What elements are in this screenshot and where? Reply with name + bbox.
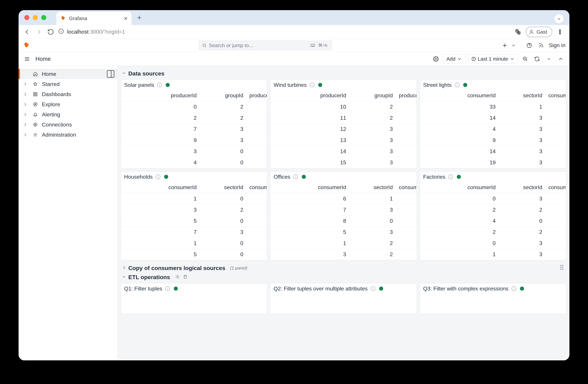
- dock-icon[interactable]: [107, 70, 114, 78]
- info-icon[interactable]: i: [157, 83, 162, 87]
- table-row[interactable]: 331: [420, 101, 566, 112]
- add-panel-button[interactable]: Add: [443, 54, 465, 64]
- zoom-out-icon[interactable]: [521, 54, 530, 64]
- panel[interactable]: Wind turbinesiproducerIdgroupIdproducedP…: [270, 80, 417, 168]
- close-window-icon[interactable]: [24, 15, 29, 20]
- browser-tab[interactable]: Grafana ✕: [56, 12, 131, 25]
- panel-header[interactable]: Factoriesi: [420, 172, 566, 182]
- info-icon[interactable]: i: [371, 286, 375, 291]
- panel-header[interactable]: Q3: Filter with complex expressionsi: [420, 283, 566, 294]
- time-range-button[interactable]: Last 1 minute: [468, 54, 518, 64]
- table-row[interactable]: 10: [121, 238, 267, 249]
- table-row[interactable]: 73: [271, 204, 416, 215]
- column-header[interactable]: consumedPo: [548, 182, 566, 193]
- grafana-logo-icon[interactable]: [23, 42, 30, 49]
- panel-header[interactable]: Wind turbinesi: [271, 80, 416, 90]
- table-row[interactable]: 61: [271, 193, 416, 204]
- panel-header[interactable]: Officesi: [271, 172, 416, 182]
- table-row[interactable]: 03: [420, 238, 566, 249]
- info-icon[interactable]: i: [455, 83, 460, 87]
- refresh-dropdown-icon[interactable]: [544, 54, 554, 64]
- column-header[interactable]: consumedPo: [548, 90, 566, 101]
- row-header[interactable]: ETL operations: [121, 273, 566, 282]
- column-header[interactable]: sectorId: [502, 182, 548, 193]
- zoom-window-icon[interactable]: [41, 15, 46, 20]
- table-row[interactable]: 32: [121, 204, 267, 215]
- table-row[interactable]: 40: [121, 157, 267, 168]
- table-row[interactable]: 143: [271, 146, 416, 157]
- sign-in-link[interactable]: Sign in: [549, 42, 565, 48]
- table-row[interactable]: 12: [271, 238, 416, 249]
- table-row[interactable]: 13: [420, 249, 566, 260]
- site-info-icon[interactable]: [58, 28, 64, 36]
- search-input[interactable]: Search or jump to... ⌘+k: [199, 41, 332, 50]
- minimize-window-icon[interactable]: [33, 15, 38, 20]
- panel[interactable]: Q3: Filter with complex expressionsi: [420, 283, 566, 314]
- table-row[interactable]: 50: [121, 249, 267, 260]
- collapse-icon[interactable]: [556, 54, 565, 64]
- panel-header[interactable]: Q2: Filter tuples over multiple attribut…: [271, 283, 416, 294]
- table-row[interactable]: 133: [271, 135, 416, 146]
- table-row[interactable]: 102: [271, 101, 416, 112]
- row-header[interactable]: Data sources: [121, 69, 566, 78]
- row-header[interactable]: Copy of consumers logical sources(1 pane…: [121, 263, 566, 273]
- chevron-down-icon[interactable]: [509, 41, 518, 49]
- table-row[interactable]: 73: [121, 226, 267, 238]
- column-header[interactable]: sectorId: [502, 90, 548, 101]
- panel[interactable]: Solar panelsiproducerIdgroupIdproducedPo…: [121, 80, 267, 168]
- table-row[interactable]: 03: [420, 193, 566, 204]
- column-header[interactable]: consumerId: [271, 182, 352, 193]
- panel[interactable]: HouseholdsiconsumerIdsectorIdconsumedPo1…: [121, 171, 267, 260]
- info-icon[interactable]: i: [511, 286, 516, 291]
- column-header[interactable]: consumerId: [121, 182, 203, 193]
- table-row[interactable]: 153: [271, 157, 416, 168]
- column-header[interactable]: consumerId: [420, 182, 502, 193]
- table-row[interactable]: 43: [420, 124, 566, 135]
- table-row[interactable]: 22: [420, 226, 566, 238]
- back-button[interactable]: [23, 27, 31, 36]
- breadcrumb[interactable]: Home: [36, 56, 51, 62]
- sidebar-item-starred[interactable]: Starred: [19, 79, 117, 89]
- menu-toggle-button[interactable]: [23, 55, 31, 63]
- sidebar-item-connections[interactable]: Connections: [19, 120, 117, 130]
- table-row[interactable]: 93: [420, 135, 566, 146]
- add-button[interactable]: [501, 41, 509, 49]
- column-header[interactable]: consumedPo: [250, 182, 267, 193]
- column-header[interactable]: groupId: [203, 90, 249, 101]
- table-row[interactable]: 50: [121, 215, 267, 226]
- table-row[interactable]: 32: [271, 249, 416, 260]
- panel[interactable]: FactoriesiconsumerIdsectorIdconsumedPo03…: [420, 171, 566, 260]
- panel[interactable]: Q2: Filter tuples over multiple attribut…: [270, 283, 417, 314]
- browser-menu-icon[interactable]: [555, 27, 565, 37]
- info-icon[interactable]: i: [165, 286, 170, 291]
- info-icon[interactable]: i: [293, 174, 298, 179]
- settings-icon[interactable]: [431, 54, 441, 64]
- panel-header[interactable]: Street lightsi: [420, 80, 566, 90]
- help-icon[interactable]: [525, 41, 533, 49]
- column-header[interactable]: producedPo: [399, 90, 417, 101]
- rss-icon[interactable]: [537, 41, 545, 49]
- sidebar-item-home[interactable]: Home: [19, 69, 117, 79]
- table-row[interactable]: 40: [420, 215, 566, 226]
- window-controls[interactable]: [24, 15, 46, 20]
- column-header[interactable]: sectorId: [352, 182, 399, 193]
- sidebar-item-alerting[interactable]: Alerting: [19, 109, 117, 120]
- refresh-icon[interactable]: [532, 54, 542, 64]
- gear-icon[interactable]: [175, 274, 180, 280]
- panel[interactable]: Street lightsiconsumerIdsectorIdconsumed…: [420, 80, 566, 168]
- panel[interactable]: Q1: Filter tuplesi: [121, 283, 267, 314]
- sidebar-item-explore[interactable]: Explore: [19, 99, 117, 109]
- panel-header[interactable]: Solar panelsi: [121, 80, 267, 90]
- column-header[interactable]: sectorId: [203, 182, 249, 193]
- table-row[interactable]: 193: [420, 157, 566, 168]
- chrome-expand-icon[interactable]: [554, 14, 564, 24]
- info-icon[interactable]: i: [448, 174, 453, 179]
- table-row[interactable]: 02: [121, 101, 267, 112]
- info-icon[interactable]: i: [310, 83, 315, 87]
- profile-button[interactable]: Gast: [526, 27, 552, 37]
- table-row[interactable]: 143: [420, 146, 566, 157]
- column-header[interactable]: groupId: [352, 90, 399, 101]
- info-icon[interactable]: i: [156, 174, 160, 179]
- table-row[interactable]: 10: [121, 193, 267, 204]
- table-row[interactable]: 73: [121, 124, 267, 135]
